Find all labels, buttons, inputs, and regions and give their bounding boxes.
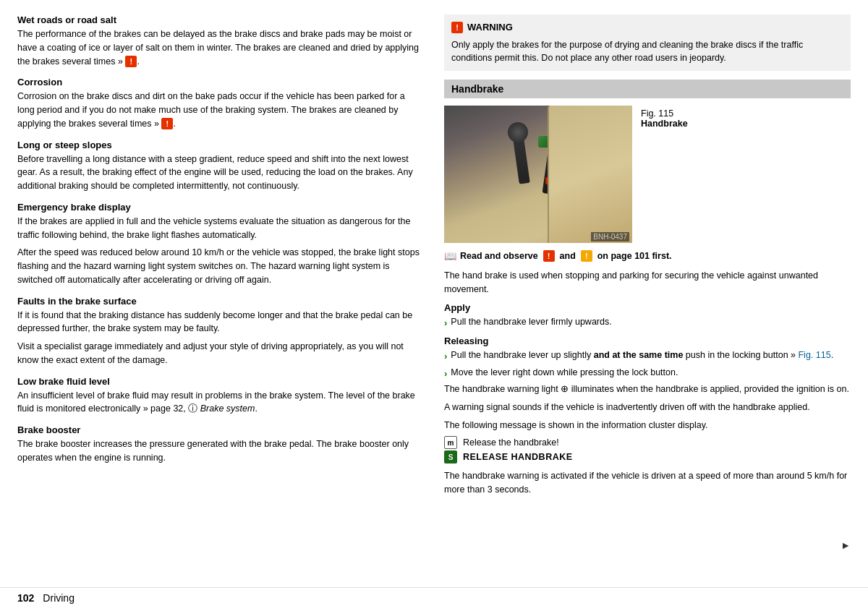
faults-brake-body2: Visit a specialist garage immediately an… — [17, 340, 422, 367]
handbrake-image: BNH-0437 — [444, 106, 632, 243]
emergency-brake-body1: If the brakes are applied in full and th… — [17, 215, 422, 242]
emergency-brake-title: Emergency brake display — [17, 202, 422, 213]
msg1-text: Release the handbrake! — [463, 437, 559, 448]
handbrake-title: Handbrake — [451, 83, 503, 95]
handbrake-intro: The hand brake is used when stopping and… — [444, 269, 851, 296]
warning-icon-inline: ! — [125, 56, 137, 67]
long-steep-title: Long or steep slopes — [17, 140, 422, 150]
warning-icon: ! — [451, 22, 463, 33]
warning-header: ! WARNING — [451, 20, 843, 35]
page-footer: 102 Driving — [0, 587, 868, 611]
para2: A warning signal sounds if the vehicle i… — [444, 401, 851, 414]
page-number: 102 — [17, 592, 34, 604]
right-column: ! WARNING Only apply the brakes for the … — [444, 14, 851, 580]
fig-caption-area: Fig. 115 Handbrake — [641, 106, 688, 243]
next-page-arrow: ► — [841, 539, 851, 551]
releasing-arrow2: › — [444, 367, 447, 381]
fig-link[interactable]: Fig. 115 — [798, 350, 830, 360]
emergency-brake-body2: After the speed was reduced below around… — [17, 246, 422, 286]
left-column: Wet roads or road salt The performance o… — [17, 14, 422, 580]
releasing-bullet1-text: Pull the handbrake lever up slightly and… — [451, 349, 833, 362]
long-steep-body: Before travelling a long distance with a… — [17, 153, 422, 193]
msg-icon-m: m — [444, 436, 457, 449]
gear-knob-shape — [508, 122, 528, 142]
read-observe-line: 📖 Read and observe ! and ! on page 101 f… — [444, 250, 851, 262]
warning-box: ! WARNING Only apply the brakes for the … — [444, 14, 851, 71]
faults-brake-title: Faults in the brake surface — [17, 296, 422, 307]
book-icon: 📖 — [444, 250, 456, 262]
msg-icon-s: S — [444, 450, 457, 463]
warning-icon-ro: ! — [543, 250, 555, 262]
fig-label: Fig. 115 — [641, 108, 688, 119]
apply-title: Apply — [444, 302, 851, 313]
releasing-bullet1: › Pull the handbrake lever up slightly a… — [444, 349, 851, 364]
para1: The handbrake warning light ⊕ illuminate… — [444, 383, 851, 396]
handbrake-content: BNH-0437 Fig. 115 Handbrake — [444, 106, 851, 243]
low-brake-body: An insufficient level of brake fluid may… — [17, 389, 422, 416]
warning-label: WARNING — [467, 20, 513, 35]
display-message-2: S RELEASE HANDBRAKE — [444, 450, 851, 463]
para4: The handbrake warning is activated if th… — [444, 469, 851, 497]
apply-bullet-text: Pull the handbrake lever firmly upwards. — [451, 315, 611, 329]
page-label: Driving — [43, 592, 75, 604]
releasing-bullet2-text: Move the lever right down while pressing… — [451, 366, 678, 380]
corrosion-body: Corrosion on the brake discs and dirt on… — [17, 90, 422, 130]
warning-text: Only apply the brakes for the purpose of… — [451, 40, 803, 64]
brake-booster-body: The brake booster increases the pressure… — [17, 437, 422, 465]
seat-shape — [548, 106, 632, 243]
read-observe-text: Read and observe ! and ! on page 101 fir… — [460, 250, 672, 262]
fig-title: Handbrake — [641, 119, 688, 129]
releasing-title: Releasing — [444, 336, 851, 346]
car-interior-graphic — [444, 106, 632, 243]
handbrake-section-header: Handbrake — [444, 80, 851, 98]
warning-icon-yellow-ro: ! — [581, 250, 592, 262]
brake-booster-title: Brake booster — [17, 424, 422, 435]
wet-roads-body: The performance of the brakes can be del… — [17, 27, 422, 68]
corrosion-title: Corrosion — [17, 77, 422, 87]
msg2-text: RELEASE HANDBRAKE — [463, 452, 573, 462]
wet-roads-title: Wet roads or road salt — [17, 14, 422, 25]
releasing-arrow1: › — [444, 349, 447, 364]
low-brake-title: Low brake fluid level — [17, 376, 422, 387]
image-label: BNH-0437 — [591, 232, 629, 242]
releasing-bullet2: › Move the lever right down while pressi… — [444, 366, 851, 381]
apply-arrow: › — [444, 316, 447, 330]
warning-icon-inline2: ! — [161, 118, 173, 129]
apply-bullet: › Pull the handbrake lever firmly upward… — [444, 315, 851, 330]
faults-brake-body1: If it is found that the braking distance… — [17, 309, 422, 336]
para3: The following message is shown in the in… — [444, 419, 851, 432]
display-message-1: m Release the handbrake! — [444, 436, 851, 449]
